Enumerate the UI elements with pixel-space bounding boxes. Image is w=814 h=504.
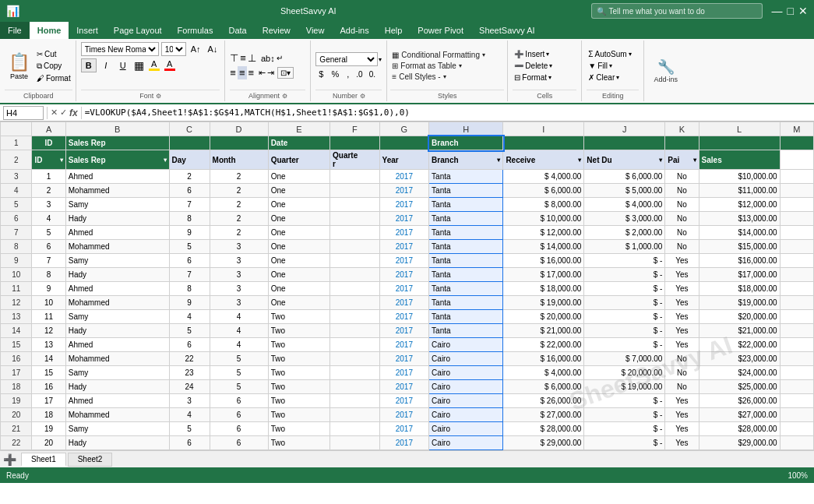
cell-G4[interactable]: 2017 [379, 184, 429, 198]
cell-J15[interactable]: $ - [584, 338, 665, 352]
merge-center-btn[interactable]: ⊡▾ [277, 67, 294, 79]
cell-A22[interactable]: 20 [32, 436, 65, 450]
cell-C13[interactable]: 4 [169, 310, 210, 324]
col-header-M[interactable]: M [780, 122, 813, 136]
cell-A3[interactable]: 1 [32, 170, 65, 184]
cell-E5[interactable]: One [268, 198, 329, 212]
cell-L14[interactable]: $21,000.00 [699, 324, 780, 338]
col-header-F[interactable]: F [330, 122, 380, 136]
cell-I15[interactable]: $ 22,000.00 [503, 338, 584, 352]
cell-F12[interactable] [330, 296, 380, 310]
cell-K17[interactable]: No [665, 366, 699, 380]
tab-review[interactable]: Review [255, 22, 298, 39]
bold-button[interactable]: B [81, 58, 97, 72]
tab-help[interactable]: Help [377, 22, 411, 39]
clear-btn[interactable]: ✗ Clear ▾ [587, 72, 639, 83]
cell-M15[interactable] [780, 338, 813, 352]
cell-A17[interactable]: 15 [32, 366, 65, 380]
cell-H7[interactable]: Tanta [429, 226, 503, 240]
cell-G21[interactable]: 2017 [379, 422, 429, 436]
cell-C14[interactable]: 5 [169, 324, 210, 338]
cell-K20[interactable]: Yes [665, 408, 699, 422]
cell-L7[interactable]: $14,000.00 [699, 226, 780, 240]
sheet-tab-sheet1[interactable]: Sheet1 [21, 453, 66, 467]
cell-F20[interactable] [330, 408, 380, 422]
cell-F10[interactable] [330, 268, 380, 282]
cell-L17[interactable]: $24,000.00 [699, 366, 780, 380]
cell-I2[interactable]: Receive ▾ [503, 150, 584, 170]
cell-M19[interactable] [780, 394, 813, 408]
cell-K11[interactable]: Yes [665, 282, 699, 296]
align-middle-btn[interactable]: ≡ [240, 52, 246, 64]
cell-K7[interactable]: No [665, 226, 699, 240]
cell-B11[interactable]: Ahmed [65, 282, 169, 296]
cell-H8[interactable]: Tanta [429, 240, 503, 254]
cell-K15[interactable]: Yes [665, 338, 699, 352]
cell-D15[interactable]: 4 [210, 338, 268, 352]
cell-H18[interactable]: Cairo [429, 380, 503, 394]
cell-K2[interactable]: Pai ▾ [665, 150, 699, 170]
add-sheet-btn[interactable]: ➕ [3, 453, 16, 466]
cell-H16[interactable]: Cairo [429, 352, 503, 366]
underline-button[interactable]: U [115, 58, 131, 72]
decrease-font-btn[interactable]: A↓ [206, 44, 220, 55]
cell-I14[interactable]: $ 21,000.00 [503, 324, 584, 338]
search-area[interactable]: 🔍 Tell me what you want to do [591, 3, 763, 19]
cell-B10[interactable]: Hady [65, 268, 169, 282]
cell-B2[interactable]: Sales Rep ▾ [65, 150, 169, 170]
col-header-K[interactable]: K [665, 122, 699, 136]
cell-A4[interactable]: 2 [32, 184, 65, 198]
cell-I17[interactable]: $ 4,000.00 [503, 366, 584, 380]
cell-E10[interactable]: One [268, 268, 329, 282]
col-header-G[interactable]: G [379, 122, 429, 136]
cell-B12[interactable]: Mohammed [65, 296, 169, 310]
cell-J4[interactable]: $ 5,000.00 [584, 184, 665, 198]
decrease-indent-btn[interactable]: ⇤ [259, 68, 266, 78]
cell-J16[interactable]: $ 7,000.00 [584, 352, 665, 366]
tab-view[interactable]: View [298, 22, 333, 39]
cell-I9[interactable]: $ 16,000.00 [503, 254, 584, 268]
cell-B1[interactable]: Sales Rep [65, 136, 169, 150]
font-name-select[interactable]: Times New Roman [81, 42, 159, 56]
cell-C19[interactable]: 3 [169, 394, 210, 408]
cell-G7[interactable]: 2017 [379, 226, 429, 240]
delete-cells-btn[interactable]: ➖ Delete ▾ [513, 61, 576, 71]
cell-C8[interactable]: 5 [169, 240, 210, 254]
cell-A11[interactable]: 9 [32, 282, 65, 296]
cell-I8[interactable]: $ 14,000.00 [503, 240, 584, 254]
cell-K14[interactable]: Yes [665, 324, 699, 338]
cell-C15[interactable]: 6 [169, 338, 210, 352]
cell-F7[interactable] [330, 226, 380, 240]
cell-C5[interactable]: 7 [169, 198, 210, 212]
cell-reference-box[interactable]: H4 [3, 106, 44, 120]
cell-A10[interactable]: 8 [32, 268, 65, 282]
cell-F17[interactable] [330, 366, 380, 380]
cell-L5[interactable]: $12,000.00 [699, 198, 780, 212]
cell-H12[interactable]: Tanta [429, 296, 503, 310]
col-header-J[interactable]: J [584, 122, 665, 136]
cell-L1[interactable] [699, 136, 780, 150]
cell-E21[interactable]: Two [268, 422, 329, 436]
percent-btn[interactable]: $ [315, 69, 326, 79]
cell-J17[interactable]: $ 20,000.00 [584, 366, 665, 380]
cell-I22[interactable]: $ 29,000.00 [503, 436, 584, 450]
cell-J6[interactable]: $ 3,000.00 [584, 212, 665, 226]
cell-E8[interactable]: One [268, 240, 329, 254]
paste-button[interactable]: 📋 Paste [5, 50, 33, 83]
tab-power-pivot[interactable]: Power Pivot [410, 22, 471, 39]
confirm-formula-icon[interactable]: ✓ [60, 107, 67, 118]
cell-M3[interactable] [780, 170, 813, 184]
cell-E3[interactable]: One [268, 170, 329, 184]
col-header-L[interactable]: L [699, 122, 780, 136]
cell-K12[interactable]: Yes [665, 296, 699, 310]
cell-A20[interactable]: 18 [32, 408, 65, 422]
cell-B16[interactable]: Mohammed [65, 352, 169, 366]
cell-G11[interactable]: 2017 [379, 282, 429, 296]
font-color-button[interactable]: A [163, 60, 177, 71]
cell-C10[interactable]: 7 [169, 268, 210, 282]
cell-A7[interactable]: 5 [32, 226, 65, 240]
cell-E18[interactable]: Two [268, 380, 329, 394]
cell-G17[interactable]: 2017 [379, 366, 429, 380]
cell-H6[interactable]: Tanta [429, 212, 503, 226]
cell-K18[interactable]: No [665, 380, 699, 394]
